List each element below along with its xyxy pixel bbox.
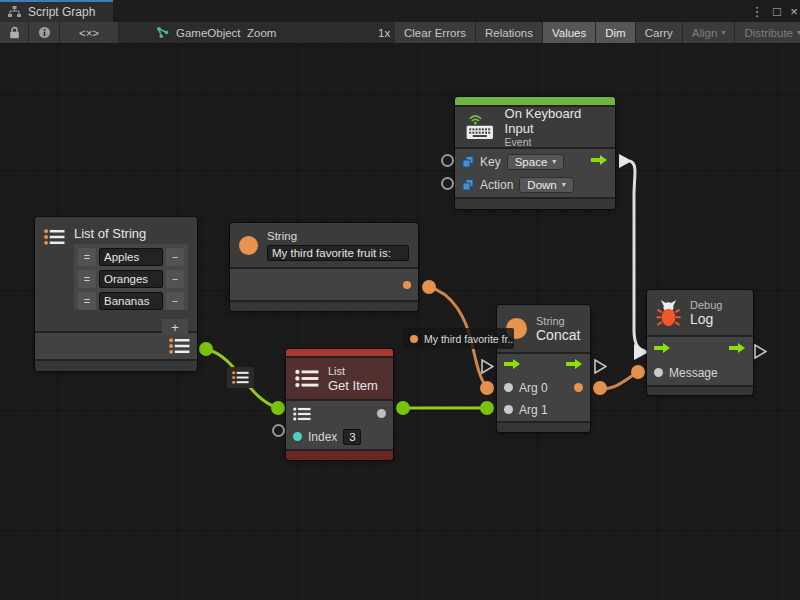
script-graph-window: Script Graph ⋮ □ × <×> xyxy=(0,0,800,600)
bug-icon xyxy=(656,299,681,327)
flow-in-port[interactable] xyxy=(504,358,521,373)
arg1-label: Arg 1 xyxy=(519,403,548,417)
zoom-label: Zoom xyxy=(247,22,276,43)
align-dropdown[interactable]: Align ▾ xyxy=(683,22,736,43)
node-subtitle: Event xyxy=(505,136,606,149)
flow-out-port[interactable] xyxy=(566,358,583,373)
value-preview-text: My third favorite fr... xyxy=(424,333,514,345)
lock-button[interactable] xyxy=(0,22,29,43)
event-node-strip xyxy=(455,97,615,105)
item-output-port[interactable] xyxy=(377,409,386,418)
node-title: Concat xyxy=(536,328,580,343)
node-debug-log[interactable]: Debug Log Message xyxy=(647,290,753,395)
string-type-dot xyxy=(410,335,418,343)
node-get-item[interactable]: List Get Item Index xyxy=(286,349,393,460)
gameobject-icon xyxy=(156,26,170,39)
list-icon xyxy=(232,371,249,384)
title-bar: Script Graph ⋮ □ × xyxy=(0,0,800,22)
action-dropdown[interactable]: Down ▾ xyxy=(519,177,573,193)
graph-tab-icon xyxy=(8,6,21,18)
item-input[interactable] xyxy=(99,248,163,266)
values-toggle[interactable]: Values xyxy=(543,22,596,43)
node-category: List xyxy=(328,365,378,378)
error-strip xyxy=(286,349,393,356)
key-label: Key xyxy=(480,155,501,169)
list-input-port[interactable] xyxy=(293,407,311,421)
unconnected-port-circle[interactable] xyxy=(441,154,454,167)
node-title: Get Item xyxy=(328,378,378,393)
string-output-port[interactable] xyxy=(403,281,411,289)
list-output-port[interactable] xyxy=(169,338,190,354)
node-title: On Keyboard Input xyxy=(505,106,606,136)
list-icon xyxy=(295,369,319,388)
unconnected-flow-triangle[interactable] xyxy=(594,359,607,374)
item-input[interactable] xyxy=(99,270,163,288)
gameobject-target[interactable]: GameObject xyxy=(156,22,241,43)
info-button[interactable] xyxy=(29,22,60,43)
error-strip-bottom xyxy=(286,451,393,460)
add-item-button[interactable]: + xyxy=(162,319,188,335)
wire-type-chip xyxy=(227,367,254,388)
tab-script-graph[interactable]: Script Graph xyxy=(0,0,113,22)
index-input[interactable] xyxy=(343,429,361,445)
node-on-keyboard-input[interactable]: On Keyboard Input Event Key Space ▾ xyxy=(455,97,615,209)
node-title: String xyxy=(267,230,409,243)
arg1-input-port[interactable] xyxy=(504,405,513,414)
carry-toggle[interactable]: Carry xyxy=(636,22,683,43)
key-caret-icon: ▾ xyxy=(552,157,556,166)
dim-toggle[interactable]: Dim xyxy=(596,22,635,43)
distribute-dropdown[interactable]: Distribute ▾ xyxy=(735,22,800,43)
lock-icon xyxy=(9,26,20,39)
code-icon: <×> xyxy=(79,27,99,39)
align-label: Align xyxy=(692,27,718,39)
item-input[interactable] xyxy=(99,292,163,310)
node-string-literal[interactable]: String xyxy=(230,223,418,311)
keyboard-icon xyxy=(464,114,496,141)
drag-handle[interactable]: = xyxy=(78,248,96,266)
zoom-value: 1x xyxy=(378,22,390,43)
remove-item-button[interactable]: − xyxy=(166,270,184,288)
flow-in-port[interactable] xyxy=(654,342,671,357)
arg0-input-port[interactable] xyxy=(504,383,513,392)
unconnected-flow-triangle[interactable] xyxy=(481,359,494,374)
window-close-icon[interactable]: × xyxy=(785,0,800,22)
window-maximize-icon[interactable]: □ xyxy=(768,0,786,22)
flow-out-port[interactable] xyxy=(591,154,608,169)
list-item-row: = − xyxy=(78,270,184,288)
node-concat[interactable]: String Concat Arg 0 Arg 1 xyxy=(497,305,590,432)
list-item-row: = − xyxy=(78,248,184,266)
drag-handle[interactable]: = xyxy=(78,292,96,310)
message-input-port[interactable] xyxy=(654,368,663,377)
key-port-icon xyxy=(462,156,474,168)
unconnected-port-circle[interactable] xyxy=(272,424,285,437)
node-category: String xyxy=(536,315,580,328)
node-list-of-string[interactable]: List of String = − = − = xyxy=(35,217,197,371)
string-icon xyxy=(239,236,258,255)
clear-errors-button[interactable]: Clear Errors xyxy=(395,22,476,43)
drag-handle[interactable]: = xyxy=(78,270,96,288)
index-input-port[interactable] xyxy=(293,432,302,441)
value-preview-tooltip: My third favorite fr... xyxy=(403,328,514,349)
result-output-port[interactable] xyxy=(574,383,583,392)
window-menu-icon[interactable]: ⋮ xyxy=(748,0,766,22)
flow-out-port[interactable] xyxy=(729,342,746,357)
align-caret-icon: ▾ xyxy=(721,28,725,37)
string-value-input[interactable] xyxy=(267,245,409,261)
unconnected-port-circle[interactable] xyxy=(441,177,454,190)
message-label: Message xyxy=(669,366,718,380)
relations-button[interactable]: Relations xyxy=(476,22,543,43)
arg0-label: Arg 0 xyxy=(519,381,548,395)
remove-item-button[interactable]: − xyxy=(166,292,184,310)
unconnected-flow-triangle[interactable] xyxy=(754,344,767,359)
list-editor: = − = − = − xyxy=(74,244,188,310)
distribute-label: Distribute xyxy=(744,27,793,39)
remove-item-button[interactable]: − xyxy=(166,248,184,266)
node-title: List of String xyxy=(74,226,188,241)
code-view-button[interactable]: <×> xyxy=(60,22,119,43)
key-dropdown[interactable]: Space ▾ xyxy=(507,154,565,170)
node-category: Debug xyxy=(690,299,722,312)
list-icon xyxy=(44,226,65,248)
action-label: Action xyxy=(480,178,513,192)
graph-toolbar: <×> GameObject Zoom 1x Clear Errors Rela… xyxy=(0,22,800,44)
info-icon xyxy=(38,26,51,39)
